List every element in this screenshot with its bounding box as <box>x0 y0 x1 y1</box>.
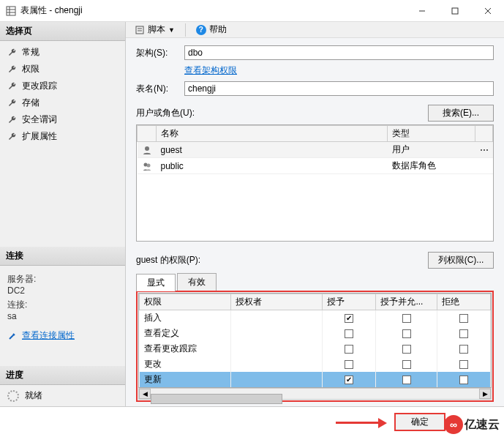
withgrant-checkbox[interactable] <box>402 329 411 338</box>
perm-row[interactable]: 查看定义 <box>140 326 491 341</box>
annotation-arrow <box>336 419 387 426</box>
withgrant-checkbox[interactable] <box>402 376 411 384</box>
toolbar: 脚本 ▼ ? 帮助 <box>126 22 504 38</box>
deny-checkbox[interactable] <box>459 345 468 354</box>
page-item-general[interactable]: 常规 <box>0 44 125 61</box>
schema-input[interactable] <box>184 45 494 60</box>
perm-name: 更改 <box>140 356 231 372</box>
conn-label: 连接: <box>7 299 118 311</box>
col-withgrant[interactable]: 授予并允... <box>376 294 437 310</box>
tab-explicit[interactable]: 显式 <box>136 274 176 291</box>
scroll-thumb[interactable] <box>151 394 282 404</box>
perm-grantor <box>231 326 323 341</box>
grant-checkbox[interactable] <box>345 376 353 384</box>
minimize-button[interactable] <box>405 0 438 22</box>
col-grant[interactable]: 授予 <box>323 294 376 310</box>
table-input[interactable] <box>184 81 494 96</box>
withgrant-checkbox[interactable] <box>402 345 411 354</box>
deny-checkbox[interactable] <box>459 376 468 384</box>
perm-name: 更新 <box>140 372 231 387</box>
page-item-security[interactable]: 安全谓词 <box>0 111 125 128</box>
separator <box>185 23 186 37</box>
footer: 确定 <box>0 406 504 437</box>
principal-row[interactable]: guest 用户 ⋯ <box>138 142 493 158</box>
page-list: 常规 权限 更改跟踪 存储 安全谓词 扩展属性 <box>0 41 125 148</box>
perm-row[interactable]: 查看更改跟踪 <box>140 341 491 356</box>
wrench-icon <box>7 64 18 75</box>
status-text: 就绪 <box>25 389 42 402</box>
grant-checkbox[interactable] <box>345 345 353 354</box>
col-name[interactable]: 名称 <box>157 126 388 142</box>
svg-point-13 <box>146 163 150 167</box>
ok-button[interactable]: 确定 <box>394 413 445 431</box>
wrench-icon <box>7 132 18 142</box>
window-title: 表属性 - chengji <box>20 4 405 17</box>
perm-grid[interactable]: 权限 授权者 授予 授予并允... 拒绝 插入查看定义查看更改跟踪更改更新 <box>138 293 492 388</box>
principals-grid[interactable]: 名称 类型 guest 用户 ⋯ public 数据库角色 <box>136 124 494 242</box>
users-label: 用户或角色(U): <box>136 107 428 119</box>
svg-rect-0 <box>7 7 15 15</box>
svg-point-11 <box>145 146 149 151</box>
perm-name: 查看更改跟踪 <box>140 341 231 356</box>
perm-tabs: 显式 有效 <box>136 273 494 291</box>
perm-row[interactable]: 更改 <box>140 356 491 372</box>
page-item-permissions[interactable]: 权限 <box>0 61 125 78</box>
column-perms-button[interactable]: 列权限(C)... <box>428 252 494 269</box>
deny-checkbox[interactable] <box>459 314 468 323</box>
progress-header: 进度 <box>0 366 125 385</box>
col-deny[interactable]: 拒绝 <box>437 294 490 310</box>
perm-name: 查看定义 <box>140 326 231 341</box>
help-icon: ? <box>196 25 206 35</box>
page-item-storage[interactable]: 存储 <box>0 94 125 111</box>
col-grantor[interactable]: 授权者 <box>231 294 323 310</box>
grant-checkbox[interactable] <box>345 360 353 369</box>
view-connection-props[interactable]: 查看连接属性 <box>0 327 125 344</box>
perms-for-label: guest 的权限(P): <box>136 254 428 266</box>
perm-name: 插入 <box>140 310 231 326</box>
user-icon <box>142 145 152 155</box>
watermark-text: 亿速云 <box>464 417 500 433</box>
tab-effective[interactable]: 有效 <box>177 273 217 291</box>
horizontal-scrollbar[interactable]: ◀ ▶ <box>138 388 492 400</box>
page-item-changetracking[interactable]: 更改跟踪 <box>0 78 125 94</box>
svg-rect-8 <box>136 26 143 34</box>
table-icon <box>6 6 16 16</box>
col-type[interactable]: 类型 <box>388 126 475 142</box>
deny-checkbox[interactable] <box>459 360 468 369</box>
view-schema-perms-link[interactable]: 查看架构权限 <box>184 65 237 75</box>
status-row: 就绪 <box>0 385 125 406</box>
grant-checkbox[interactable] <box>345 329 353 338</box>
connection-info: 服务器: DC2 连接: sa <box>0 266 125 327</box>
withgrant-checkbox[interactable] <box>402 360 411 369</box>
connection-icon <box>7 331 18 341</box>
browse-icon[interactable]: ⋯ <box>480 145 489 155</box>
withgrant-checkbox[interactable] <box>402 314 411 323</box>
svg-rect-5 <box>452 8 458 14</box>
search-button[interactable]: 搜索(E)... <box>428 105 494 122</box>
scroll-right-button[interactable]: ▶ <box>479 389 491 399</box>
col-perm[interactable]: 权限 <box>140 294 231 310</box>
script-icon <box>135 25 145 35</box>
script-button[interactable]: 脚本 ▼ <box>132 22 178 37</box>
conn-value: sa <box>7 311 118 321</box>
page-item-extended[interactable]: 扩展属性 <box>0 128 125 145</box>
spinner-icon <box>7 390 19 402</box>
server-value: DC2 <box>7 285 118 296</box>
scroll-left-button[interactable]: ◀ <box>139 389 151 399</box>
perm-grantor <box>231 372 323 387</box>
grant-checkbox[interactable] <box>345 314 353 323</box>
deny-checkbox[interactable] <box>459 329 468 338</box>
titlebar: 表属性 - chengji <box>0 0 504 22</box>
wrench-icon <box>7 98 18 108</box>
maximize-button[interactable] <box>438 0 471 22</box>
principal-row[interactable]: public 数据库角色 <box>138 158 493 174</box>
select-page-header: 选择页 <box>0 22 125 41</box>
perm-row[interactable]: 插入 <box>140 310 491 326</box>
perm-grantor <box>231 341 323 356</box>
main-panel: 脚本 ▼ ? 帮助 架构(S): 查看架构权限 表名(N): 用户或角色( <box>126 22 504 406</box>
close-button[interactable] <box>471 0 504 22</box>
perm-row[interactable]: 更新 <box>140 372 491 387</box>
watermark-icon: ∞ <box>444 415 463 434</box>
help-button[interactable]: ? 帮助 <box>193 22 230 37</box>
col-extra <box>475 126 493 142</box>
